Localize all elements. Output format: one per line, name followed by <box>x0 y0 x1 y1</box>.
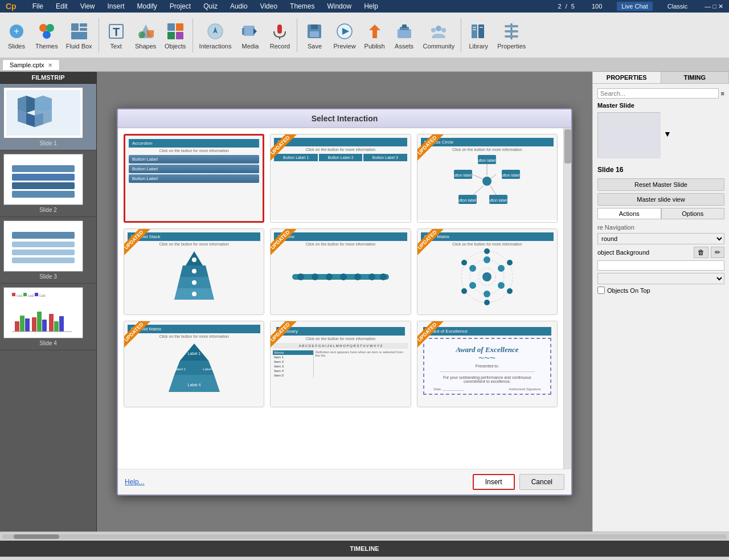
menu-project[interactable]: Project <box>167 1 193 11</box>
pyramid-matrix-header: Pyramid Matrix <box>128 325 260 333</box>
publish-label: Publish <box>364 43 385 50</box>
toolbar-record[interactable]: Record <box>265 15 294 56</box>
window-controls[interactable]: — □ ✕ <box>702 2 726 11</box>
toolbar-objects[interactable]: Objects <box>161 15 190 56</box>
insert-button[interactable]: Insert <box>473 474 515 490</box>
svg-point-108 <box>368 273 375 280</box>
dialog-scrollbar-thumb[interactable] <box>564 129 571 163</box>
slide-thumb-4[interactable]: Cat1 Cat2 Cat3 Slide 4 <box>0 284 96 350</box>
menu-edit[interactable]: Edit <box>54 1 70 11</box>
toolbar-community[interactable]: Community <box>420 15 458 56</box>
toolbar-interactions[interactable]: Interactions <box>196 15 235 56</box>
pyramid-matrix-preview: Pyramid Matrix Click on the button for m… <box>124 321 264 407</box>
objects-on-top-label: Objects On Top <box>607 287 650 294</box>
panel-search-input[interactable] <box>597 88 719 99</box>
toolbar-themes[interactable]: Themes <box>32 15 62 56</box>
toolbar-preview[interactable]: Preview <box>330 15 359 56</box>
menu-video[interactable]: Video <box>258 1 280 11</box>
second-dropdown[interactable] <box>597 273 724 284</box>
toolbar-save[interactable]: Save <box>300 15 329 56</box>
pyramid-stack-header: Pyramid Stack <box>128 232 260 241</box>
svg-point-94 <box>192 257 196 262</box>
dialog-scrollbar[interactable] <box>563 128 571 469</box>
dialog-footer: Help... Insert Cancel <box>118 469 571 494</box>
community-label: Community <box>423 43 455 50</box>
right-panel: PROPERTIES TIMING ≡ Master Slide ▼ Slide… <box>592 72 729 532</box>
toolbar-publish[interactable]: Publish <box>361 15 389 56</box>
svg-rect-6 <box>80 23 87 27</box>
classic-mode[interactable]: Classic <box>665 2 690 11</box>
svg-text:Cat3: Cat3 <box>39 294 46 297</box>
slide-thumb-1[interactable]: Slide 1 <box>0 84 96 150</box>
interaction-circle-matrix[interactable]: UPDATED Circle Matrix Click on the butto… <box>417 228 558 315</box>
slide-name: Slide 16 <box>597 166 724 174</box>
scrollbar-thumb[interactable] <box>14 534 59 539</box>
interaction-pyramid-stack[interactable]: UPDATED Pyramid Stack Click on the butto… <box>124 228 264 315</box>
menu-help[interactable]: Help <box>362 1 380 11</box>
timeline-svg <box>289 260 392 294</box>
menu-modify[interactable]: Modify <box>135 1 159 11</box>
accordion-header: Accordion <box>129 139 259 148</box>
menu-quiz[interactable]: Quiz <box>201 1 220 11</box>
menu-audio[interactable]: Audio <box>228 1 250 11</box>
interaction-glossary[interactable]: UPDATED Glossary Click on the button for… <box>270 321 411 407</box>
master-view-btn[interactable]: Master slide view <box>597 193 724 206</box>
svg-point-115 <box>498 265 505 272</box>
tabs-btn-3: Button Label 3 <box>363 154 407 161</box>
glossary-header: Glossary <box>276 327 404 336</box>
interaction-award[interactable]: UPDATED Award of Excellence Award of Exc… <box>417 321 558 407</box>
live-chat-button[interactable]: Live Chat <box>617 2 652 11</box>
slide-4-preview: Cat1 Cat2 Cat3 <box>3 287 83 338</box>
svg-point-32 <box>436 26 441 31</box>
interaction-timeline[interactable]: UPDATED Timeline Click on the button for… <box>270 228 411 315</box>
glossary-text-area: Definition text appears here when an ite… <box>314 350 408 378</box>
tab-sample[interactable]: Sample.cptx ✕ <box>2 59 60 70</box>
menu-view[interactable]: View <box>78 1 97 11</box>
pyramid-stack-sub: Click on the button for more information <box>128 242 260 246</box>
panel-options-tab[interactable]: Options <box>661 208 725 219</box>
toolbar-media[interactable]: Media <box>236 15 264 56</box>
svg-rect-72 <box>12 293 15 296</box>
objects-on-top-check[interactable] <box>597 287 605 294</box>
toolbar-text[interactable]: T Text <box>102 15 130 56</box>
svg-point-107 <box>354 273 361 280</box>
horizontal-scrollbar[interactable] <box>2 534 727 539</box>
zoom-level[interactable]: 100 <box>589 2 604 11</box>
bottom-scrollbar[interactable] <box>0 532 729 541</box>
menu-themes[interactable]: Themes <box>288 1 317 11</box>
background-dropdown[interactable]: round square <box>597 233 724 244</box>
help-link[interactable]: Help... <box>125 478 145 486</box>
record-label: Record <box>270 43 290 50</box>
panel-list-icon[interactable]: ≡ <box>721 90 724 97</box>
interaction-process-circle[interactable]: UPDATED Process Circle Click on the butt… <box>417 134 558 223</box>
interaction-accordion[interactable]: Accordion Click on the button for more i… <box>124 134 264 223</box>
object-bg-edit-icon[interactable]: ✏ <box>711 247 724 258</box>
assets-label: Assets <box>395 43 413 50</box>
glossary-content: Words Item 1 Item 2 Item 3 Item 4 Item 5… <box>273 350 408 378</box>
master-slide-dropdown[interactable]: ▼ <box>664 129 671 138</box>
panel-tab-timing[interactable]: TIMING <box>661 72 730 83</box>
toolbar-properties[interactable]: Properties <box>494 15 529 56</box>
reset-master-btn[interactable]: Reset Master Slide <box>597 178 724 191</box>
object-bg-delete-icon[interactable]: 🗑 <box>694 247 708 258</box>
slide-thumb-3[interactable]: Slide 3 <box>0 217 96 284</box>
menu-window[interactable]: Window <box>325 1 354 11</box>
toolbar-library[interactable]: Library <box>464 15 493 56</box>
panel-actions-tab[interactable]: Actions <box>597 208 661 219</box>
interaction-pyramid-matrix[interactable]: UPDATED Pyramid Matrix Click on the butt… <box>124 321 264 407</box>
interaction-tabs[interactable]: UPDATED Tabs Click on the button for mor… <box>270 134 411 223</box>
object-bg-input[interactable] <box>597 260 724 271</box>
toolbar-fluid-box[interactable]: Fluid Box <box>63 15 96 56</box>
toolbar-assets[interactable]: Assets <box>390 15 419 56</box>
cancel-button[interactable]: Cancel <box>519 474 564 490</box>
menu-insert[interactable]: Insert <box>105 1 127 11</box>
tab-close[interactable]: ✕ <box>48 62 52 68</box>
slide-thumb-2[interactable]: Slide 2 <box>0 150 96 217</box>
menu-file[interactable]: File <box>30 1 46 11</box>
toolbar-slides[interactable]: + Slides <box>2 15 31 56</box>
svg-rect-68 <box>49 314 54 332</box>
svg-text:Label 3: Label 3 <box>203 367 214 371</box>
svg-rect-25 <box>311 24 318 29</box>
toolbar-shapes[interactable]: Shapes <box>132 15 160 56</box>
panel-tab-properties[interactable]: PROPERTIES <box>593 72 661 83</box>
